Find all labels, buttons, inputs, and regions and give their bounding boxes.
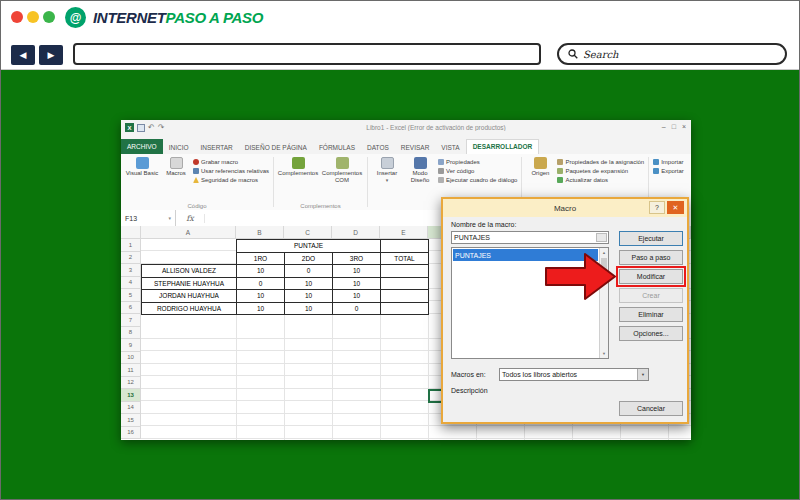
row-header-6[interactable]: 6	[121, 302, 141, 315]
referencias-relativas-button[interactable]: Usar referencias relativas	[193, 168, 269, 174]
cell-e5-empty[interactable]	[380, 289, 429, 303]
cell-c5[interactable]: 10	[284, 289, 333, 303]
importar-button[interactable]: Importar	[653, 159, 684, 165]
row-header-5[interactable]: 5	[121, 289, 141, 302]
propiedades-button[interactable]: Propiedades	[438, 159, 517, 165]
modo-diseno-button[interactable]: Modo Diseño	[405, 157, 435, 200]
complementos-com-button[interactable]: Complementos COM	[321, 157, 363, 200]
tab-desarrollador[interactable]: DESARROLLADOR	[466, 139, 540, 154]
row-header-11[interactable]: 11	[121, 364, 141, 377]
tab-inicio[interactable]: INICIO	[163, 141, 195, 154]
cell-c6[interactable]: 10	[284, 302, 333, 316]
cell-e4-empty[interactable]	[380, 277, 429, 291]
ejecutar-button[interactable]: Ejecutar	[619, 231, 683, 246]
paquetes-expansion-button[interactable]: Paquetes de expansión	[557, 168, 644, 174]
select-all-corner[interactable]	[121, 226, 141, 239]
row-header-4[interactable]: 4	[121, 277, 141, 290]
tab-revisar[interactable]: REVISAR	[395, 141, 436, 154]
cell-d4[interactable]: 10	[332, 277, 381, 291]
macros-en-dropdown[interactable]: Todos los libros abiertos ▼	[499, 368, 649, 381]
dialog-title-bar[interactable]: Macro ? ✕	[443, 199, 687, 217]
cell-header-total[interactable]: TOTAL	[380, 252, 429, 266]
seguridad-macros-button[interactable]: Seguridad de macros	[193, 177, 269, 183]
tab-archivo[interactable]: ARCHIVO	[121, 139, 163, 154]
cell-header-3ro[interactable]: 3RO	[332, 252, 381, 266]
column-header-d[interactable]: D	[332, 226, 380, 239]
cell-header-1ro[interactable]: 1RO	[236, 252, 285, 266]
cell-e6-empty[interactable]	[380, 302, 429, 316]
cell-b4[interactable]: 0	[236, 277, 285, 291]
cell-c4[interactable]: 10	[284, 277, 333, 291]
cell-d3[interactable]: 10	[332, 264, 381, 278]
name-box[interactable]: F13 ▾	[121, 210, 176, 226]
actualizar-datos-button[interactable]: Actualizar datos	[557, 177, 644, 183]
tab-datos[interactable]: DATOS	[361, 141, 395, 154]
row-header-15[interactable]: 15	[121, 414, 141, 427]
propiedades-asignacion-button[interactable]: Propiedades de la asignación	[557, 159, 644, 165]
range-selector-icon[interactable]	[596, 233, 607, 242]
insertar-control-button[interactable]: Insertar ▾	[372, 157, 402, 200]
paso-a-paso-button[interactable]: Paso a paso	[619, 250, 683, 265]
cell-e3-empty[interactable]	[380, 264, 429, 278]
cell-d5[interactable]: 10	[332, 289, 381, 303]
cell-c3[interactable]: 0	[284, 264, 333, 278]
fx-icon[interactable]: fx	[176, 214, 205, 223]
back-button[interactable]: ◀	[11, 45, 35, 65]
cell-b5[interactable]: 10	[236, 289, 285, 303]
tab-insertar[interactable]: INSERTAR	[195, 141, 239, 154]
visual-basic-button[interactable]: Visual Basic	[125, 157, 159, 200]
minimize-icon[interactable]: –	[662, 123, 666, 130]
redo-icon[interactable]: ↷	[158, 123, 165, 132]
window-dot-green[interactable]	[43, 11, 55, 23]
search-box[interactable]: Search	[557, 43, 787, 65]
ejecutar-cuadro-button[interactable]: Ejecutar cuadro de diálogo	[438, 177, 517, 183]
close-icon[interactable]: ×	[682, 123, 686, 130]
grabar-macro-button[interactable]: Grabar macro	[193, 159, 269, 165]
macros-button[interactable]: Macros	[162, 157, 190, 200]
cell-header-2do[interactable]: 2DO	[284, 252, 333, 266]
window-dot-red[interactable]	[11, 11, 23, 23]
cancelar-button[interactable]: Cancelar	[619, 401, 683, 416]
row-header-13[interactable]: 13	[121, 389, 141, 402]
row-header-2[interactable]: 2	[121, 252, 141, 265]
row-header-3[interactable]: 3	[121, 264, 141, 277]
cell-name-row5[interactable]: JORDAN HUAYHUA	[141, 289, 237, 303]
column-header-a[interactable]: A	[141, 226, 236, 239]
restore-icon[interactable]: □	[672, 123, 676, 130]
row-header-12[interactable]: 12	[121, 377, 141, 390]
row-header-16[interactable]: 16	[121, 427, 141, 440]
help-button[interactable]: ?	[649, 201, 665, 214]
column-header-e[interactable]: E	[380, 226, 428, 239]
complementos-button[interactable]: Complementos	[278, 157, 318, 200]
cell-merged-puntaje[interactable]: PUNTAJE	[236, 239, 381, 253]
opciones-button[interactable]: Opciones...	[619, 326, 683, 341]
tab-vista[interactable]: VISTA	[435, 141, 465, 154]
row-header-7[interactable]: 7	[121, 314, 141, 327]
cell-b6[interactable]: 10	[236, 302, 285, 316]
macro-name-input[interactable]: PUNTAJES	[451, 231, 609, 244]
address-bar[interactable]	[73, 43, 541, 65]
origen-button[interactable]: Origen	[526, 157, 554, 200]
exportar-button[interactable]: Exportar	[653, 168, 684, 174]
cell-name-row4[interactable]: STEPHANIE HUAYHUA	[141, 277, 237, 291]
undo-icon[interactable]: ↶	[148, 123, 155, 132]
cell-name-row3[interactable]: ALLISON VALDEZ	[141, 264, 237, 278]
row-header-9[interactable]: 9	[121, 339, 141, 352]
ver-codigo-button[interactable]: Ver código	[438, 168, 517, 174]
tab-diseno-pagina[interactable]: DISEÑO DE PÁGINA	[239, 141, 313, 154]
row-header-8[interactable]: 8	[121, 327, 141, 340]
row-header-1[interactable]: 1	[121, 239, 141, 252]
row-header-14[interactable]: 14	[121, 402, 141, 415]
cell-name-row6[interactable]: RODRIGO HUAYHUA	[141, 302, 237, 316]
dialog-close-button[interactable]: ✕	[667, 201, 684, 214]
row-header-10[interactable]: 10	[121, 352, 141, 365]
save-icon[interactable]	[137, 124, 145, 132]
cell-e1-empty[interactable]	[380, 239, 429, 253]
tab-formulas[interactable]: FÓRMULAS	[313, 141, 361, 154]
cell-d6[interactable]: 0	[332, 302, 381, 316]
window-dot-yellow[interactable]	[27, 11, 39, 23]
scroll-down-icon[interactable]: ▼	[600, 349, 608, 358]
column-header-b[interactable]: B	[236, 226, 284, 239]
eliminar-button[interactable]: Eliminar	[619, 307, 683, 322]
column-header-c[interactable]: C	[284, 226, 332, 239]
